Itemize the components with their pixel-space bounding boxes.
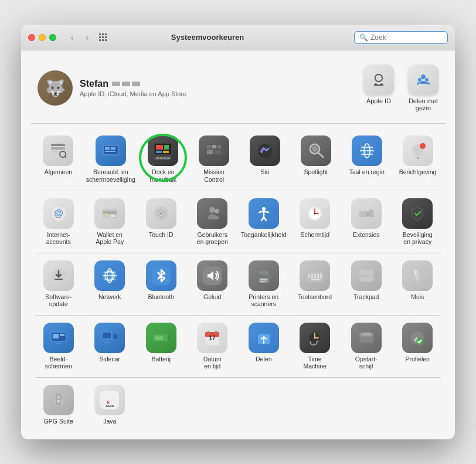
svg-point-99 [417,272,419,273]
icon-datum[interactable]: 17 Datumen tijd [187,318,239,375]
icon-dock[interactable]: Dock enmenubalk [138,131,189,188]
svg-point-58 [215,209,219,214]
printers-icon [249,260,279,291]
timemachine-icon [300,323,330,353]
profile-right: Apple ID Delen metgezin [363,65,438,111]
apple-id-icon-box [363,65,394,95]
icon-beeldschermen[interactable]: Beeld-schermen [33,318,84,375]
icon-sidecar[interactable]: Sidecar [84,318,136,375]
bureaubladbeveiliging-label: Bureaubl. enschermbeveiliging [86,168,135,183]
internet-icon: @ [43,198,74,229]
sidecar-icon [94,323,125,353]
software-label: Software-update [45,293,72,308]
icon-wallet[interactable]: Wallet enApple Pay [84,194,136,250]
avatar[interactable]: 🐺 [38,70,73,106]
beeldschermen-label: Beeld-schermen [45,355,72,370]
svg-rect-31 [214,150,221,154]
delen-met-gezin-icon-box [408,65,438,95]
search-box[interactable]: 🔍 [354,31,448,44]
icon-algemeen[interactable]: Algemeen [33,131,84,188]
svg-point-62 [314,212,316,214]
icon-berichtgeving[interactable]: Berichtgeving [392,131,443,188]
berichtgeving-label: Berichtgeving [399,168,437,176]
profile-name: Stefan [80,79,186,89]
icon-toetsenbord[interactable]: Toetsenbord [290,256,341,313]
svg-rect-27 [160,158,162,159]
svg-rect-107 [103,333,111,338]
icon-java[interactable]: JAVA Java [84,380,136,430]
minimize-button[interactable] [39,34,46,41]
close-button[interactable] [28,34,35,41]
mission-icon [199,136,229,166]
svg-point-45 [420,143,426,149]
profielen-icon [402,323,433,353]
svg-rect-28 [164,158,166,159]
icon-toegankelijkheid[interactable]: Toegankelijkheid [238,194,290,250]
apple-id-item[interactable]: Apple ID [363,65,394,111]
delen-met-gezin-item[interactable]: Delen metgezin [408,65,438,111]
java-label: Java [103,418,116,425]
icon-delen[interactable]: Delen [238,318,290,375]
svg-rect-89 [320,274,322,276]
svg-rect-9 [51,144,65,146]
toegankelijkheid-label: Toegankelijkheid [241,231,287,239]
icon-profielen[interactable]: Profielen [392,318,444,375]
icon-geluid[interactable]: Geluid [187,256,239,313]
icon-schermtijd[interactable]: Schermtijd [290,194,341,250]
icon-printers[interactable]: Printers enscanners [238,256,290,313]
beeldschermen-icon [43,323,74,353]
icon-taal[interactable]: Taal en regio [341,131,392,188]
titlebar: ‹ › Systeemvoorkeuren 🔍 [21,25,455,50]
icon-netwerk[interactable]: Netwerk [84,256,136,313]
search-icon: 🔍 [359,33,368,42]
icon-spotlight[interactable]: Spotlight [290,131,341,188]
icon-mission[interactable]: MissionControl [189,131,240,188]
icon-gpgsuite[interactable]: GPG Suite [33,380,84,430]
trackpad-label: Trackpad [353,293,379,301]
svg-line-13 [65,157,66,158]
netwerk-label: Netwerk [98,293,121,301]
icon-batterij[interactable]: Batterij [135,318,187,375]
icon-gebruikers[interactable]: Gebruikersen groepen [187,194,239,250]
svg-rect-21 [156,145,163,150]
gpgsuite-label: GPG Suite [44,418,73,425]
maximize-button[interactable] [49,34,56,41]
svg-point-132 [57,400,60,402]
icon-beveiliging[interactable]: Beveiligingen privacy [392,194,444,250]
toetsenbord-icon [300,260,330,291]
icon-touchid[interactable]: Touch ID [135,194,187,250]
icon-muis[interactable]: Muis [392,256,444,313]
search-input[interactable] [370,33,441,42]
svg-rect-87 [314,274,316,276]
opstart-label: Opstart-schijf [355,355,378,370]
svg-rect-22 [164,145,169,150]
svg-rect-90 [308,276,310,278]
icon-opstart[interactable]: Opstart-schijf [341,318,392,375]
svg-rect-111 [104,342,110,343]
icon-siri[interactable]: Siri [240,131,291,188]
icon-extensies[interactable]: Extensies [341,194,392,250]
berichtgeving-icon [403,136,433,166]
muis-label: Muis [411,293,424,301]
bluetooth-icon [146,260,176,291]
divider-row4-row5 [35,377,441,378]
svg-point-56 [160,212,162,215]
divider-row2-row3 [35,253,441,253]
svg-rect-24 [163,151,169,153]
icon-bluetooth[interactable]: Bluetooth [135,256,187,313]
svg-rect-109 [114,334,117,339]
bureaubladbeveiliging-icon [96,136,126,166]
icon-trackpad[interactable]: Trackpad [341,256,392,313]
icon-internet[interactable]: @ Internet-accounts [33,194,84,250]
schermtijd-icon [300,198,330,229]
svg-rect-95 [311,279,319,280]
svg-point-83 [266,274,268,276]
svg-rect-51 [111,215,115,217]
icon-bureaubladbeveiliging[interactable]: Bureaubl. enschermbeveiliging [84,131,138,188]
icon-timemachine[interactable]: TimeMachine [290,318,341,375]
icon-software[interactable]: Software-update [33,256,84,313]
geluid-label: Geluid [203,293,221,301]
delen-label: Delen [256,355,271,363]
svg-rect-29 [167,158,169,159]
svg-point-39 [312,146,318,152]
